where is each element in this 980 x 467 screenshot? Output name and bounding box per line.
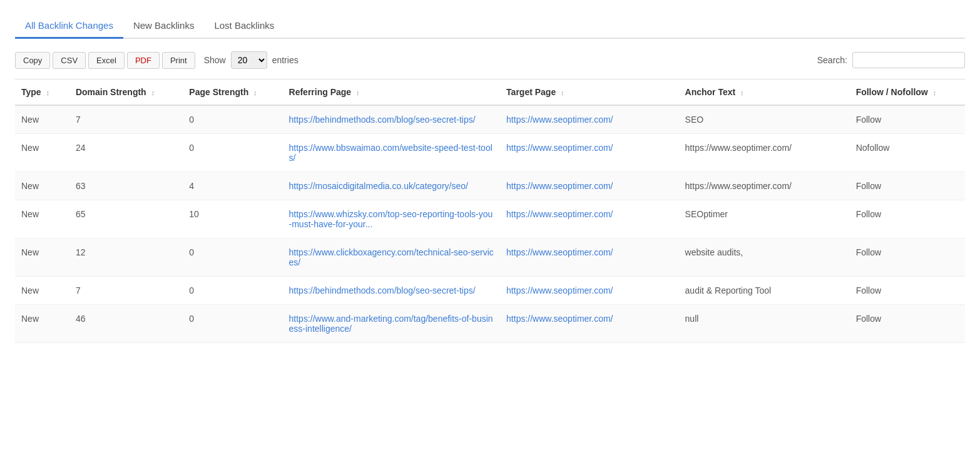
- cell-type: New: [15, 277, 69, 305]
- cell-page_strength: 0: [183, 277, 282, 305]
- sort-icon-follow[interactable]: ↕: [933, 89, 937, 96]
- cell-page_strength: 0: [183, 305, 282, 343]
- cell-target_page: https://www.seoptimer.com/: [500, 134, 678, 172]
- link-referring_page[interactable]: https://www.and-marketing.com/tag/benefi…: [289, 314, 493, 334]
- cell-page_strength: 4: [183, 172, 282, 200]
- link-target_page[interactable]: https://www.seoptimer.com/: [506, 247, 613, 257]
- sort-icon-domain[interactable]: ↕: [151, 89, 155, 96]
- tab-lost-backlinks[interactable]: Lost Backlinks: [204, 14, 284, 39]
- cell-domain_strength: 12: [69, 239, 183, 277]
- cell-domain_strength: 7: [69, 105, 183, 134]
- sort-icon-page[interactable]: ↕: [253, 89, 257, 96]
- tabs-container: All Backlink Changes New Backlinks Lost …: [15, 13, 965, 39]
- col-header-type: Type ↕: [15, 80, 69, 106]
- cell-target_page: https://www.seoptimer.com/: [500, 305, 678, 343]
- cell-follow: Nofollow: [850, 134, 965, 172]
- cell-referring_page: https://www.whizsky.com/top-seo-reportin…: [283, 200, 501, 239]
- col-header-follow: Follow / Nofollow ↕: [850, 80, 965, 106]
- cell-follow: Follow: [850, 200, 965, 239]
- cell-referring_page: https://behindmethods.com/blog/seo-secre…: [283, 277, 501, 305]
- cell-target_page: https://www.seoptimer.com/: [500, 277, 678, 305]
- col-header-referring-page: Referring Page ↕: [283, 80, 501, 106]
- cell-target_page: https://www.seoptimer.com/: [500, 239, 678, 277]
- link-target_page[interactable]: https://www.seoptimer.com/: [506, 143, 613, 153]
- cell-anchor_text: SEOptimer: [679, 200, 850, 239]
- cell-page_strength: 0: [183, 105, 282, 134]
- copy-button[interactable]: Copy: [15, 52, 50, 69]
- cell-type: New: [15, 172, 69, 200]
- cell-referring_page: https://www.clickboxagency.com/technical…: [283, 239, 501, 277]
- cell-referring_page: https://www.and-marketing.com/tag/benefi…: [283, 305, 501, 343]
- cell-page_strength: 0: [183, 239, 282, 277]
- col-header-anchor-text: Anchor Text ↕: [679, 80, 850, 106]
- table-row: New120https://www.clickboxagency.com/tec…: [15, 239, 965, 277]
- toolbar-left: Copy CSV Excel PDF Print Show 10 20 50 1…: [15, 51, 299, 69]
- link-target_page[interactable]: https://www.seoptimer.com/: [506, 115, 613, 125]
- link-referring_page[interactable]: https://mosaicdigitalmedia.co.uk/categor…: [289, 181, 468, 191]
- print-button[interactable]: Print: [162, 52, 195, 69]
- cell-domain_strength: 63: [69, 172, 183, 200]
- cell-target_page: https://www.seoptimer.com/: [500, 200, 678, 239]
- link-target_page[interactable]: https://www.seoptimer.com/: [506, 285, 613, 295]
- cell-referring_page: https://www.bbswaimao.com/website-speed-…: [283, 134, 501, 172]
- table-row: New240https://www.bbswaimao.com/website-…: [15, 134, 965, 172]
- link-target_page[interactable]: https://www.seoptimer.com/: [506, 314, 613, 324]
- table-row: New634https://mosaicdigitalmedia.co.uk/c…: [15, 172, 965, 200]
- cell-domain_strength: 65: [69, 200, 183, 239]
- link-target_page[interactable]: https://www.seoptimer.com/: [506, 209, 613, 219]
- csv-button[interactable]: CSV: [53, 52, 86, 69]
- link-referring_page[interactable]: https://www.clickboxagency.com/technical…: [289, 247, 494, 267]
- search-label: Search:: [817, 55, 847, 65]
- tab-all-backlink-changes[interactable]: All Backlink Changes: [15, 14, 123, 39]
- table-header-row: Type ↕ Domain Strength ↕ Page Strength ↕…: [15, 80, 965, 106]
- link-referring_page[interactable]: https://behindmethods.com/blog/seo-secre…: [289, 285, 476, 295]
- entries-text: entries: [272, 55, 299, 65]
- cell-page_strength: 10: [183, 200, 282, 239]
- cell-follow: Follow: [850, 239, 965, 277]
- table-row: New6510https://www.whizsky.com/top-seo-r…: [15, 200, 965, 239]
- tab-new-backlinks[interactable]: New Backlinks: [123, 14, 205, 39]
- cell-follow: Follow: [850, 172, 965, 200]
- pdf-button[interactable]: PDF: [127, 52, 160, 69]
- table-row: New70https://behindmethods.com/blog/seo-…: [15, 277, 965, 305]
- sort-icon-referring[interactable]: ↕: [356, 89, 360, 96]
- link-referring_page[interactable]: https://behindmethods.com/blog/seo-secre…: [289, 115, 476, 125]
- backlinks-table: Type ↕ Domain Strength ↕ Page Strength ↕…: [15, 79, 965, 343]
- link-referring_page[interactable]: https://www.whizsky.com/top-seo-reportin…: [289, 209, 493, 229]
- sort-icon-type[interactable]: ↕: [46, 89, 50, 96]
- entries-select[interactable]: 10 20 50 100: [231, 51, 267, 69]
- cell-follow: Follow: [850, 105, 965, 134]
- excel-button[interactable]: Excel: [88, 52, 125, 69]
- cell-domain_strength: 46: [69, 305, 183, 343]
- cell-type: New: [15, 105, 69, 134]
- cell-type: New: [15, 134, 69, 172]
- cell-follow: Follow: [850, 277, 965, 305]
- cell-anchor_text: null: [679, 305, 850, 343]
- toolbar: Copy CSV Excel PDF Print Show 10 20 50 1…: [15, 51, 965, 69]
- table-row: New70https://behindmethods.com/blog/seo-…: [15, 105, 965, 134]
- table-row: New460https://www.and-marketing.com/tag/…: [15, 305, 965, 343]
- cell-type: New: [15, 200, 69, 239]
- cell-referring_page: https://mosaicdigitalmedia.co.uk/categor…: [283, 172, 501, 200]
- col-header-domain-strength: Domain Strength ↕: [69, 80, 183, 106]
- cell-type: New: [15, 305, 69, 343]
- cell-type: New: [15, 239, 69, 277]
- cell-target_page: https://www.seoptimer.com/: [500, 105, 678, 134]
- link-referring_page[interactable]: https://www.bbswaimao.com/website-speed-…: [289, 143, 493, 163]
- toolbar-right: Search:: [817, 52, 965, 68]
- cell-anchor_text: https://www.seoptimer.com/: [679, 172, 850, 200]
- sort-icon-target[interactable]: ↕: [561, 89, 564, 96]
- search-input[interactable]: [852, 52, 965, 68]
- cell-page_strength: 0: [183, 134, 282, 172]
- show-label: Show: [204, 55, 226, 65]
- col-header-page-strength: Page Strength ↕: [183, 80, 282, 106]
- cell-domain_strength: 7: [69, 277, 183, 305]
- cell-anchor_text: audit & Reporting Tool: [679, 277, 850, 305]
- sort-icon-anchor[interactable]: ↕: [740, 89, 744, 96]
- cell-follow: Follow: [850, 305, 965, 343]
- cell-domain_strength: 24: [69, 134, 183, 172]
- cell-referring_page: https://behindmethods.com/blog/seo-secre…: [283, 105, 501, 134]
- link-target_page[interactable]: https://www.seoptimer.com/: [506, 181, 613, 191]
- cell-anchor_text: SEO: [679, 105, 850, 134]
- cell-target_page: https://www.seoptimer.com/: [500, 172, 678, 200]
